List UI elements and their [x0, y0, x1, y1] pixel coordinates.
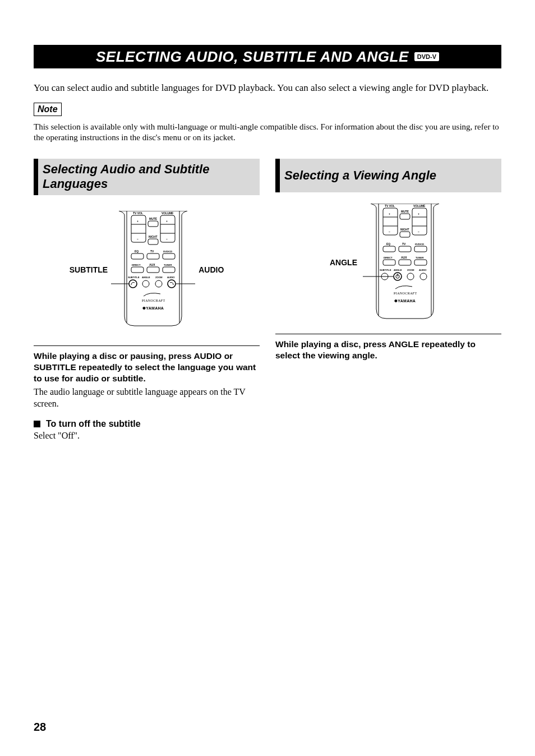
svg-text:AUX: AUX: [149, 263, 155, 266]
svg-text:VOLUME: VOLUME: [413, 204, 426, 208]
svg-text:AUDIO: AUDIO: [167, 276, 175, 279]
svg-rect-63: [414, 246, 427, 252]
svg-text:VOLUME: VOLUME: [162, 211, 174, 215]
right-column: Selecting a Viewing Angle ANGLE TV VOL +…: [275, 159, 501, 442]
svg-text:EQ: EQ: [135, 250, 139, 253]
svg-text:NIGHT: NIGHT: [149, 235, 158, 238]
subtitle-button-icon: [129, 280, 137, 288]
svg-rect-21: [147, 253, 159, 259]
svg-text:TUNER: TUNER: [164, 264, 172, 266]
svg-rect-57: [400, 232, 410, 237]
right-step: While playing a disc, press ANGLE repeat…: [275, 339, 501, 361]
svg-rect-8: [160, 215, 175, 242]
right-remote-figure: ANGLE TV VOL + – VOLUME + – MUTE NIGHT E…: [275, 204, 501, 321]
left-column: Selecting Audio and Subtitle Languages S…: [34, 159, 260, 442]
remote-right: TV VOL + – VOLUME + – MUTE NIGHT EQ TV D…: [363, 204, 447, 321]
svg-rect-42: [383, 208, 398, 235]
svg-rect-65: [383, 260, 395, 265]
svg-text:DIRECT: DIRECT: [384, 256, 393, 259]
svg-text:ANGLE: ANGLE: [394, 269, 402, 271]
page-number: 28: [34, 721, 46, 734]
svg-point-78: [420, 273, 427, 280]
svg-text:TV VOL: TV VOL: [385, 204, 395, 208]
dvd-v-badge: DVD-V: [414, 52, 439, 61]
svg-text:✽YAMAHA: ✽YAMAHA: [142, 306, 164, 310]
svg-text:DIRECT: DIRECT: [132, 264, 141, 266]
svg-rect-27: [147, 267, 159, 273]
svg-text:PIANOCRAFT: PIANOCRAFT: [142, 299, 165, 302]
svg-rect-25: [131, 267, 144, 273]
svg-rect-2: [131, 215, 146, 242]
intro-text: You can select audio and subtitle langua…: [34, 82, 501, 94]
note-body: This selection is available only with mu…: [34, 122, 501, 143]
svg-point-35: [155, 280, 162, 287]
svg-text:AUDIO: AUDIO: [419, 269, 427, 271]
svg-text:PIANOCRAFT: PIANOCRAFT: [394, 292, 417, 295]
callout-angle: ANGLE: [330, 258, 357, 267]
svg-text:AUX: AUX: [401, 256, 407, 259]
svg-point-34: [142, 280, 149, 287]
svg-rect-48: [412, 208, 427, 235]
left-body: The audio language or subtitle language …: [34, 386, 260, 410]
svg-text:–: –: [166, 237, 168, 241]
svg-rect-23: [163, 253, 175, 259]
divider: [275, 334, 501, 334]
svg-text:+: +: [166, 219, 168, 223]
subheading-turn-off: To turn off the subtitle: [34, 419, 260, 429]
left-step: While playing a disc or pausing, press A…: [34, 351, 260, 384]
divider: [34, 345, 260, 346]
svg-text:SUBTITLE: SUBTITLE: [128, 276, 140, 279]
page-banner: SELECTING AUDIO, SUBTITLE AND ANGLE DVD-…: [34, 45, 501, 68]
svg-text:MUTE: MUTE: [401, 210, 409, 213]
callout-audio: AUDIO: [199, 265, 224, 274]
svg-text:ZOOM: ZOOM: [407, 269, 414, 271]
left-heading: Selecting Audio and Subtitle Languages: [34, 159, 260, 195]
note-label: Note: [34, 103, 62, 116]
svg-point-77: [407, 273, 414, 280]
svg-rect-61: [399, 246, 411, 252]
svg-rect-19: [131, 253, 144, 259]
svg-text:DVD/CD: DVD/CD: [163, 250, 172, 253]
svg-text:TV: TV: [402, 242, 406, 246]
svg-rect-15: [148, 221, 158, 227]
svg-text:–: –: [418, 230, 419, 233]
svg-text:TUNER: TUNER: [416, 256, 423, 259]
callout-subtitle: SUBTITLE: [70, 265, 108, 274]
svg-rect-67: [399, 260, 411, 265]
svg-text:+: +: [418, 212, 419, 215]
svg-rect-55: [400, 214, 410, 219]
svg-text:NIGHT: NIGHT: [400, 228, 409, 231]
svg-text:–: –: [389, 230, 390, 233]
svg-text:EQ: EQ: [386, 242, 390, 246]
remote-left: TV VOL + – VOLUME + – MUTE NIGHT EQ TV D…: [111, 211, 195, 329]
svg-text:TV VOL: TV VOL: [133, 211, 143, 215]
svg-text:+: +: [389, 212, 390, 215]
svg-text:ANGLE: ANGLE: [142, 276, 150, 279]
sub-body: Select "Off".: [34, 430, 260, 442]
svg-rect-29: [163, 267, 175, 273]
svg-text:+: +: [137, 219, 139, 223]
subheading-text: To turn off the subtitle: [46, 419, 141, 429]
svg-text:SUBTITLE: SUBTITLE: [380, 269, 391, 271]
svg-rect-17: [148, 239, 158, 245]
svg-text:MUTE: MUTE: [149, 217, 158, 220]
svg-text:✽YAMAHA: ✽YAMAHA: [394, 299, 416, 303]
square-bullet-icon: [34, 421, 40, 427]
svg-text:DVD/CD: DVD/CD: [415, 243, 424, 246]
banner-title: SELECTING AUDIO, SUBTITLE AND ANGLE: [96, 48, 409, 66]
svg-text:–: –: [137, 237, 139, 241]
audio-button-icon: [168, 280, 176, 288]
svg-rect-69: [414, 260, 427, 265]
left-remote-figure: SUBTITLE TV VOL + – VOLUME + – MUTE NIGH…: [34, 211, 260, 329]
svg-text:TV: TV: [150, 250, 154, 253]
svg-text:ZOOM: ZOOM: [155, 276, 163, 279]
right-heading: Selecting a Viewing Angle: [275, 159, 501, 192]
svg-rect-59: [383, 246, 395, 252]
